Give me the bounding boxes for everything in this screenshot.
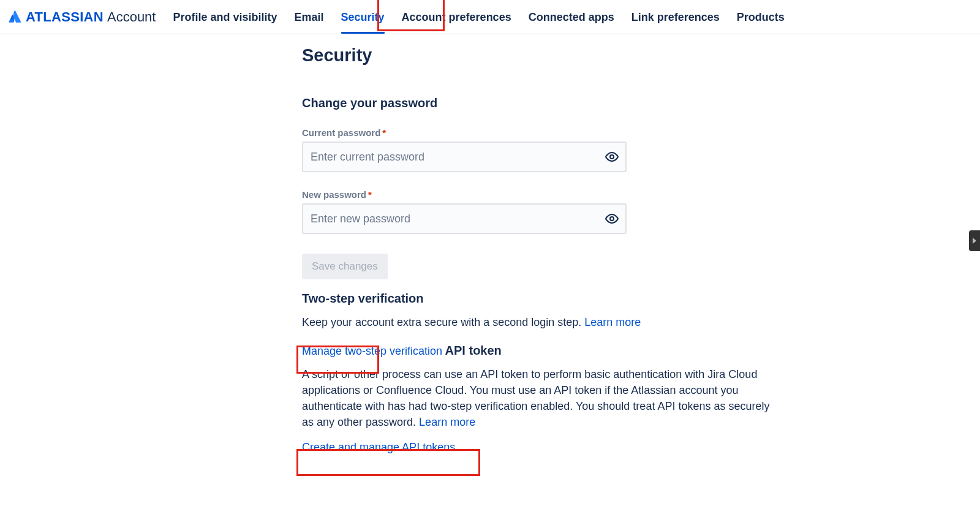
api-token-heading: API token	[445, 344, 502, 358]
current-password-label: Current password*	[302, 127, 786, 138]
tab-email[interactable]: Email	[295, 1, 324, 32]
required-indicator: *	[382, 127, 386, 138]
tab-label: Link preferences	[631, 11, 720, 23]
toggle-visibility-current[interactable]	[603, 148, 620, 165]
svg-point-1	[610, 217, 614, 221]
new-password-input[interactable]	[302, 203, 627, 234]
brand[interactable]: ATLASSIAN Account	[7, 9, 156, 25]
nav-tabs: Profile and visibility Email Security Ac…	[173, 1, 784, 32]
svg-point-0	[610, 155, 614, 159]
toggle-visibility-new[interactable]	[603, 210, 620, 227]
tab-label: Email	[295, 11, 324, 23]
atlassian-logo-icon	[7, 10, 22, 24]
current-password-input[interactable]	[302, 142, 627, 172]
create-manage-api-tokens-link[interactable]: Create and manage API tokens	[302, 441, 455, 454]
api-token-body: A script or other process can use an API…	[302, 366, 780, 430]
change-password-heading: Change your password	[302, 96, 786, 110]
tab-link-preferences[interactable]: Link preferences	[631, 1, 720, 32]
api-token-learn-more-link[interactable]: Learn more	[419, 416, 475, 428]
brand-light: Account	[107, 9, 156, 25]
tab-security[interactable]: Security	[341, 1, 385, 32]
manage-two-step-link[interactable]: Manage two-step verification	[302, 345, 442, 358]
tab-label: Security	[341, 11, 385, 23]
brand-text: ATLASSIAN Account	[26, 9, 156, 25]
save-changes-button[interactable]: Save changes	[302, 254, 388, 279]
tab-label: Products	[737, 11, 785, 23]
two-step-text: Keep your account extra secure with a se…	[302, 316, 584, 328]
tab-products[interactable]: Products	[737, 1, 785, 32]
eye-icon	[605, 211, 619, 226]
tab-connected-apps[interactable]: Connected apps	[529, 1, 614, 32]
page-title: Security	[302, 45, 786, 66]
label-text: Current password	[302, 127, 380, 138]
tab-label: Account preferences	[402, 11, 511, 23]
required-indicator: *	[368, 189, 372, 200]
current-password-field-wrap	[302, 142, 627, 172]
tab-label: Profile and visibility	[173, 11, 277, 23]
two-step-heading: Two-step verification	[302, 292, 786, 306]
tab-label: Connected apps	[529, 11, 614, 23]
two-step-body: Keep your account extra secure with a se…	[302, 314, 780, 330]
new-password-field-wrap	[302, 203, 627, 234]
top-nav: ATLASSIAN Account Profile and visibility…	[0, 0, 980, 34]
eye-icon	[605, 149, 619, 164]
label-text: New password	[302, 189, 366, 200]
main-content: Security Change your password Current pa…	[302, 34, 786, 454]
new-password-label: New password*	[302, 189, 786, 200]
tab-account-preferences[interactable]: Account preferences	[402, 1, 511, 32]
brand-strong: ATLASSIAN	[26, 9, 104, 25]
two-step-learn-more-link[interactable]: Learn more	[584, 316, 641, 328]
save-label: Save changes	[312, 260, 378, 272]
tab-profile-and-visibility[interactable]: Profile and visibility	[173, 1, 277, 32]
api-token-text: A script or other process can use an API…	[302, 368, 769, 428]
side-drawer-handle[interactable]	[969, 230, 980, 251]
